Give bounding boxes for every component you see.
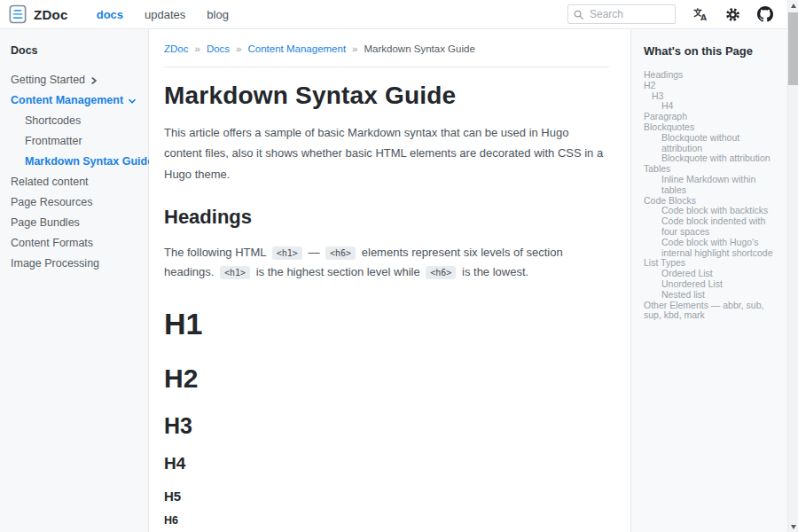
breadcrumb-content-management[interactable]: Content Management [248,43,347,54]
intro-paragraph: This article offers a sample of basic Ma… [164,122,609,184]
sample-heading-h4: H4 [164,455,609,472]
sample-heading-h3: H3 [164,415,609,437]
search-icon [574,9,583,20]
main-nav: docsupdatesblog [97,8,229,21]
toc-item-blockquotes[interactable]: Blockquotes [644,122,775,133]
navbar-right-group: A [567,4,773,24]
page-scrollbar[interactable] [787,0,798,532]
breadcrumb: ZDoc»Docs»Content Management»Markdown Sy… [164,43,609,54]
sidebar-title: Docs [11,44,137,57]
breadcrumb-markdown-syntax-guide: Markdown Syntax Guide [364,43,475,54]
sidebar-children-content-management: ShortcodesFrontmatterMarkdown Syntax Gui… [11,111,137,172]
settings-gear-icon[interactable] [725,7,740,22]
headings-paragraph: The following HTML <h1> — <h6> elements … [164,243,609,282]
top-navbar: ZDoc docsupdatesblog [0,0,787,29]
scrollbar-down-arrow-icon[interactable] [788,521,798,532]
translate-icon[interactable]: A [692,6,708,22]
scrollbar-up-arrow-icon[interactable] [788,0,798,11]
zdoc-logo-icon [9,4,27,24]
toc-item-other-elements-abbr-sub-sup-kbd-mark[interactable]: Other Elements — abbr, sub, sup, kbd, ma… [644,301,775,322]
search-box[interactable] [567,4,676,24]
sidebar-item-content-formats[interactable]: Content Formats [11,233,137,254]
sidebar-item-label: Getting Started [11,70,85,90]
toc-item-unordered-list[interactable]: Unordered List [644,279,775,290]
sidebar-item-label: Shortcodes [25,111,81,131]
sidebar-item-getting-started[interactable]: Getting Started [11,70,137,90]
sidebar-nav: Getting StartedContent ManagementShortco… [11,70,137,274]
sample-heading-h5: H5 [164,489,609,503]
sidebar-item-label: Markdown Syntax Guide [25,152,153,172]
app-window: ZDoc docsupdatesblog [0,0,798,532]
chevron-right-icon [90,77,98,84]
search-input[interactable] [588,7,669,21]
inline-code: <h6> [426,266,456,279]
inline-code: <h1> [220,266,250,279]
toc-item-nested-list[interactable]: Nested list [644,290,775,301]
sidebar-item-label: Content Management [11,90,123,111]
toc-item-headings[interactable]: Headings [644,70,775,81]
nav-link-updates[interactable]: updates [145,8,185,21]
scrollbar-thumb[interactable] [788,12,798,85]
toc-item-code-block-with-hugo-s-internal-highlight-shortcode[interactable]: Code block with Hugo's internal highligh… [644,238,775,259]
sidebar-item-image-processing[interactable]: Image Processing [11,254,137,274]
sidebar-item-label: Page Bundles [11,213,80,233]
toc-title: What's on this Page [644,44,775,58]
nav-link-blog[interactable]: blog [207,8,229,21]
sample-headings: H1H2H3H4H5H6 [164,309,609,527]
brand-name: ZDoc [34,7,68,22]
sidebar-item-label: Page Resources [11,192,92,213]
sample-heading-h1: H1 [164,309,609,339]
toc-item-inline-markdown-within-tables[interactable]: Inline Markdown within tables [644,175,775,196]
sidebar-item-label: Content Formats [11,233,93,254]
sidebar-item-page-bundles[interactable]: Page Bundles [11,213,137,233]
sidebar-item-label: Related content [11,172,89,192]
breadcrumb-docs[interactable]: Docs [207,43,230,54]
toc-list: HeadingsH2H3H4ParagraphBlockquotesBlockq… [644,70,775,321]
page-column: ZDoc docsupdatesblog [0,0,787,532]
sidebar-item-shortcodes[interactable]: Shortcodes [25,111,137,131]
sidebar-item-page-resources[interactable]: Page Resources [11,192,137,213]
docs-sidebar: Docs Getting StartedContent ManagementSh… [0,29,149,532]
toc-item-code-block-indented-with-four-spaces[interactable]: Code block indented with four spaces [644,216,775,238]
sidebar-item-markdown-syntax-guide[interactable]: Markdown Syntax Guide [25,152,137,172]
toc-item-h2[interactable]: H2 [644,81,775,91]
chevron-down-icon [129,98,136,105]
sidebar-item-related-content[interactable]: Related content [11,172,137,192]
breadcrumb-separator: » [194,43,200,54]
toc-sidebar: What's on this Page HeadingsH2H3H4Paragr… [630,29,787,532]
toc-item-blockquote-without-attribution[interactable]: Blockquote without attribution [644,133,775,154]
inline-code: <h1> [272,246,302,260]
sidebar-item-label: Image Processing [11,254,99,274]
breadcrumb-zdoc[interactable]: ZDoc [164,43,188,54]
svg-text:A: A [700,13,707,22]
sidebar-item-frontmatter[interactable]: Frontmatter [25,131,137,152]
nav-link-docs[interactable]: docs [97,8,123,21]
sidebar-item-label: Frontmatter [25,131,82,152]
breadcrumb-separator: » [236,43,241,54]
main-row: Docs Getting StartedContent ManagementSh… [0,29,787,532]
github-icon[interactable] [757,6,773,22]
breadcrumb-separator: » [352,43,357,54]
sidebar-item-content-management[interactable]: Content Management [11,90,137,111]
content-area: ZDoc»Docs»Content Management»Markdown Sy… [149,29,630,532]
inline-code: <h6> [325,246,356,260]
sample-heading-h2: H2 [164,365,609,392]
sample-heading-h6: H6 [164,515,609,527]
section-heading-headings: Headings [164,207,609,227]
breadcrumb-divider [164,66,609,67]
page-title: Markdown Syntax Guide [164,83,609,108]
brand-home-link[interactable]: ZDoc [9,4,68,24]
